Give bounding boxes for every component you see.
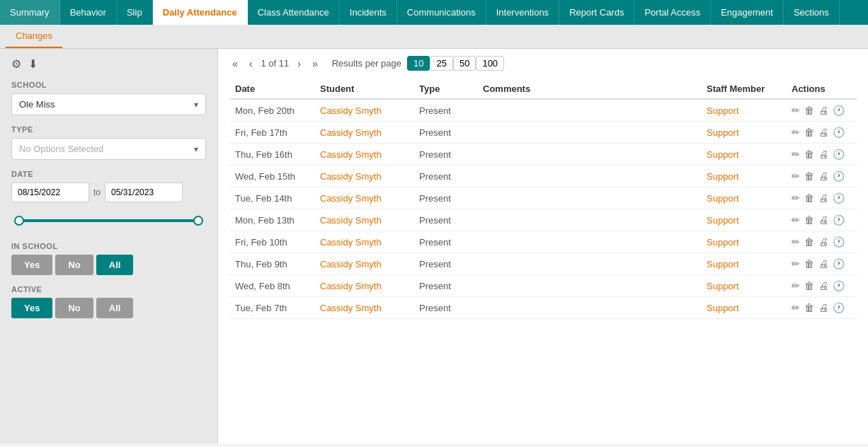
student-link[interactable]: Cassidy Smyth — [320, 281, 382, 291]
cell-student[interactable]: Cassidy Smyth — [314, 209, 413, 231]
print-icon[interactable]: 🖨 — [818, 258, 828, 269]
delete-icon[interactable]: 🗑 — [804, 258, 814, 269]
download-icon[interactable]: ⬇ — [28, 57, 38, 71]
delete-icon[interactable]: 🗑 — [804, 105, 814, 116]
edit-icon[interactable]: ✏ — [792, 127, 800, 138]
rpp-btn-25[interactable]: 25 — [430, 56, 452, 71]
delete-icon[interactable]: 🗑 — [804, 280, 814, 291]
date-to-input[interactable] — [105, 182, 183, 202]
tab-sections[interactable]: Sections — [784, 0, 840, 25]
staff-link[interactable]: Support — [707, 193, 739, 204]
school-select[interactable]: Ole Miss ▾ — [11, 93, 206, 115]
edit-icon[interactable]: ✏ — [792, 258, 800, 269]
student-link[interactable]: Cassidy Smyth — [320, 303, 382, 313]
student-link[interactable]: Cassidy Smyth — [320, 127, 382, 138]
edit-icon[interactable]: ✏ — [792, 170, 800, 182]
history-icon[interactable]: 🕐 — [833, 170, 845, 182]
history-icon[interactable]: 🕐 — [833, 192, 845, 204]
print-icon[interactable]: 🖨 — [818, 127, 828, 138]
staff-link[interactable]: Support — [707, 259, 739, 269]
cell-student[interactable]: Cassidy Smyth — [314, 122, 413, 144]
staff-link[interactable]: Support — [707, 281, 739, 291]
date-range-slider[interactable] — [11, 209, 206, 232]
type-select[interactable]: No Options Selected ▾ — [11, 138, 206, 160]
student-link[interactable]: Cassidy Smyth — [320, 237, 382, 248]
tab-interventions[interactable]: Interventions — [486, 0, 559, 25]
delete-icon[interactable]: 🗑 — [804, 149, 814, 160]
history-icon[interactable]: 🕐 — [833, 105, 845, 116]
date-from-input[interactable] — [11, 182, 89, 202]
edit-icon[interactable]: ✏ — [792, 302, 800, 313]
student-link[interactable]: Cassidy Smyth — [320, 105, 382, 116]
in-school-btn-all[interactable]: All — [96, 255, 134, 275]
staff-link[interactable]: Support — [707, 171, 739, 182]
student-link[interactable]: Cassidy Smyth — [320, 149, 382, 160]
first-page-button[interactable]: « — [229, 57, 241, 71]
tab-summary[interactable]: Summary — [0, 0, 60, 25]
staff-link[interactable]: Support — [707, 237, 739, 248]
print-icon[interactable]: 🖨 — [818, 236, 828, 248]
active-btn-all[interactable]: All — [96, 298, 134, 318]
cell-staff[interactable]: Support — [701, 166, 786, 187]
history-icon[interactable]: 🕐 — [833, 149, 845, 160]
edit-icon[interactable]: ✏ — [792, 105, 800, 116]
history-icon[interactable]: 🕐 — [833, 280, 845, 291]
tab-report-cards[interactable]: Report Cards — [559, 0, 634, 25]
cell-staff[interactable]: Support — [701, 122, 786, 144]
delete-icon[interactable]: 🗑 — [804, 236, 814, 248]
filter-icon[interactable]: ⚙ — [11, 57, 21, 71]
rpp-btn-50[interactable]: 50 — [453, 56, 476, 71]
edit-icon[interactable]: ✏ — [792, 236, 800, 248]
cell-staff[interactable]: Support — [701, 231, 786, 253]
tab-daily-attendance[interactable]: Daily Attendance — [153, 0, 248, 25]
print-icon[interactable]: 🖨 — [818, 149, 828, 160]
tab-incidents[interactable]: Incidents — [340, 0, 397, 25]
cell-staff[interactable]: Support — [701, 253, 786, 275]
print-icon[interactable]: 🖨 — [818, 192, 828, 204]
student-link[interactable]: Cassidy Smyth — [320, 193, 382, 204]
delete-icon[interactable]: 🗑 — [804, 192, 814, 204]
cell-staff[interactable]: Support — [701, 187, 786, 209]
print-icon[interactable]: 🖨 — [818, 302, 828, 313]
prev-page-button[interactable]: ‹ — [246, 57, 256, 71]
cell-staff[interactable]: Support — [701, 209, 786, 231]
cell-student[interactable]: Cassidy Smyth — [314, 166, 413, 187]
history-icon[interactable]: 🕐 — [833, 214, 845, 226]
history-icon[interactable]: 🕐 — [833, 236, 845, 248]
cell-student[interactable]: Cassidy Smyth — [314, 275, 413, 297]
history-icon[interactable]: 🕐 — [833, 302, 845, 313]
rpp-btn-100[interactable]: 100 — [476, 56, 504, 71]
staff-link[interactable]: Support — [707, 127, 739, 138]
active-btn-no[interactable]: No — [55, 298, 93, 318]
student-link[interactable]: Cassidy Smyth — [320, 215, 382, 226]
cell-staff[interactable]: Support — [701, 99, 786, 122]
tab-portal-access[interactable]: Portal Access — [634, 0, 711, 25]
cell-student[interactable]: Cassidy Smyth — [314, 144, 413, 166]
slider-thumb-left[interactable] — [14, 216, 24, 226]
last-page-button[interactable]: » — [309, 57, 321, 71]
tab-class-attendance[interactable]: Class Attendance — [248, 0, 340, 25]
print-icon[interactable]: 🖨 — [818, 280, 828, 291]
staff-link[interactable]: Support — [707, 303, 739, 313]
edit-icon[interactable]: ✏ — [792, 280, 800, 291]
next-page-button[interactable]: › — [295, 57, 304, 71]
cell-student[interactable]: Cassidy Smyth — [314, 231, 413, 253]
in-school-btn-yes[interactable]: Yes — [11, 255, 52, 275]
second-tab-changes[interactable]: Changes — [6, 25, 62, 48]
cell-student[interactable]: Cassidy Smyth — [314, 297, 413, 319]
print-icon[interactable]: 🖨 — [818, 214, 828, 226]
staff-link[interactable]: Support — [707, 149, 739, 160]
print-icon[interactable]: 🖨 — [818, 105, 828, 116]
cell-student[interactable]: Cassidy Smyth — [314, 99, 413, 122]
delete-icon[interactable]: 🗑 — [804, 214, 814, 226]
in-school-btn-no[interactable]: No — [55, 255, 93, 275]
cell-student[interactable]: Cassidy Smyth — [314, 187, 413, 209]
edit-icon[interactable]: ✏ — [792, 192, 800, 204]
cell-staff[interactable]: Support — [701, 297, 786, 319]
rpp-btn-10[interactable]: 10 — [407, 56, 430, 71]
student-link[interactable]: Cassidy Smyth — [320, 171, 382, 182]
tab-behavior[interactable]: Behavior — [60, 0, 117, 25]
edit-icon[interactable]: ✏ — [792, 149, 800, 160]
active-btn-yes[interactable]: Yes — [11, 298, 52, 318]
delete-icon[interactable]: 🗑 — [804, 302, 814, 313]
